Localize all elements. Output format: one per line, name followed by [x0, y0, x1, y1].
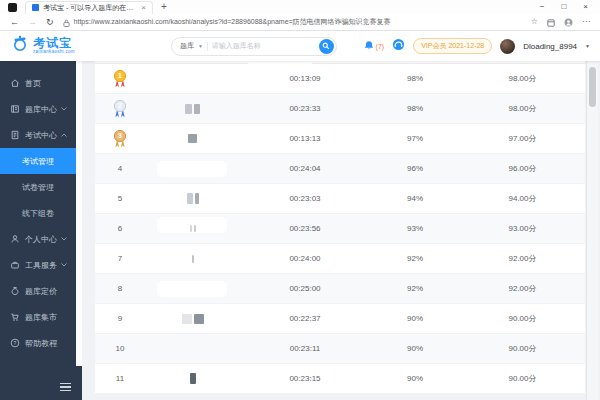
rank-cell: 1 — [95, 69, 145, 89]
table-row[interactable]: 5 00:23:03 94% 94.00分 — [95, 184, 585, 214]
percent-cell: 90% — [370, 314, 460, 323]
score-cell: 94.00分 — [460, 193, 585, 204]
sidebar-item-personal-center[interactable]: 个人中心 — [0, 226, 76, 252]
redacted-name-block — [190, 225, 192, 232]
sidebar-item-home[interactable]: 首页 — [0, 70, 76, 96]
collections-icon[interactable] — [547, 13, 555, 31]
percent-cell: 98% — [370, 104, 460, 113]
table-row[interactable]: 7 00:24:00 92% 92.00分 — [95, 244, 585, 274]
privacy-blur-patch — [157, 161, 227, 177]
back-icon[interactable]: ← — [10, 18, 19, 27]
name-cell — [145, 104, 240, 114]
search-button[interactable] — [319, 39, 334, 54]
sidebar-item-exam-management[interactable]: 考试管理 — [0, 148, 76, 174]
scrollbar-thumb[interactable] — [589, 67, 596, 107]
content-scrollbar[interactable] — [586, 61, 598, 400]
time-cell: 00:23:33 — [240, 104, 370, 113]
chevron-up-icon — [61, 133, 67, 137]
new-tab-button[interactable]: + — [161, 2, 167, 12]
bronze-medal-icon: 3 — [112, 129, 128, 149]
address-bar[interactable]: https://www.zaixiankaoshi.com/kaoshi/ana… — [74, 17, 391, 27]
table-row[interactable]: 2 00:23:33 98% 98.00分 — [95, 94, 585, 124]
more-menu-icon[interactable]: ⋯ — [582, 18, 590, 26]
name-cell — [145, 134, 240, 143]
refresh-icon[interactable]: ↻ — [46, 18, 54, 27]
percent-cell: 92% — [370, 254, 460, 263]
browser-toolbar: ← → ↻ https://www.zaixiankaoshi.com/kaos… — [0, 14, 600, 31]
profile-icon[interactable] — [564, 13, 573, 31]
redacted-name-block — [185, 104, 192, 114]
privacy-blur-patch — [157, 217, 227, 233]
chevron-down-icon: ▼ — [198, 43, 203, 49]
name-cell — [145, 193, 240, 204]
rank-cell: 6 — [95, 224, 145, 233]
percent-cell: 90% — [370, 374, 460, 383]
browser-tab[interactable]: 考试宝 - 可以导入题库的在线考 × — [25, 1, 153, 14]
redacted-name-block — [195, 193, 199, 204]
table-row[interactable]: 9 00:22:37 90% 90.00分 — [95, 304, 585, 334]
score-cell: 97.00分 — [460, 133, 585, 144]
cart-icon — [10, 312, 20, 322]
money-bag-icon — [10, 286, 20, 296]
sidebar-item-exam-center[interactable]: 考试中心 — [0, 122, 76, 148]
score-cell: 93.00分 — [460, 223, 585, 234]
rank-cell: 9 — [95, 314, 145, 323]
search-category-dropdown[interactable]: 题库 — [180, 41, 194, 51]
bell-icon — [364, 37, 374, 55]
name-cell — [145, 373, 240, 384]
sidebar-item-offline-paper[interactable]: 线下组卷 — [0, 200, 76, 226]
customer-service-icon[interactable] — [392, 37, 405, 55]
redacted-name-block — [194, 104, 200, 114]
score-cell: 96.00分 — [460, 163, 585, 174]
score-cell: 98.00分 — [460, 73, 585, 84]
sidebar-item-library-center[interactable]: 题库中心 — [0, 96, 76, 122]
chevron-down-icon — [61, 237, 67, 241]
rank-cell: 2 — [95, 99, 145, 119]
minimize-button[interactable]: − — [540, 3, 545, 11]
search-input[interactable]: 请输入题库名称 — [212, 41, 315, 51]
tab-favicon-icon — [32, 4, 39, 11]
table-row[interactable]: 8 00:25:00 92% 92.00分 — [95, 274, 585, 304]
sidebar-item-paper-management[interactable]: 试卷管理 — [0, 174, 76, 200]
ranking-table: 1 00:13:09 98% 98.00分 2 00:23:33 98% 98.… — [95, 64, 585, 394]
site-logo[interactable]: 考试宝 zaixiankaoshi.com — [10, 34, 75, 58]
privacy-blur-patch — [157, 281, 227, 297]
redacted-name-block — [187, 193, 193, 204]
sidebar-item-tools-services[interactable]: 工具服务 — [0, 252, 76, 278]
username[interactable]: Dloading_8994 — [523, 42, 577, 51]
table-row[interactable]: 6 00:23:56 93% 93.00分 — [95, 214, 585, 244]
percent-cell: 93% — [370, 224, 460, 233]
close-button[interactable]: × — [583, 3, 588, 11]
favorite-star-icon[interactable]: ☆ — [531, 18, 538, 26]
user-icon — [10, 234, 20, 244]
home-icon — [10, 78, 20, 88]
table-row[interactable]: 10 00:23:11 90% 90.00分 — [95, 334, 585, 364]
table-row[interactable]: 4 00:24:04 96% 96.00分 — [95, 154, 585, 184]
tab-actions-icon[interactable] — [8, 3, 17, 12]
rank-cell: 5 — [95, 194, 145, 203]
table-row[interactable]: 11 00:23:15 90% 90.00分 — [95, 364, 585, 394]
time-cell: 00:24:04 — [240, 164, 370, 173]
tab-close-icon[interactable]: × — [141, 4, 146, 12]
sidebar-item-library-pricing[interactable]: 题库定价 — [0, 278, 76, 304]
chevron-down-icon — [61, 107, 67, 111]
library-search[interactable]: 题库 ▼ 请输入题库名称 — [171, 37, 337, 56]
maximize-button[interactable]: □ — [561, 3, 566, 11]
redacted-name-block — [182, 314, 192, 324]
rank-cell: 8 — [95, 284, 145, 293]
collapse-menu-icon[interactable] — [60, 383, 71, 392]
rank-cell: 10 — [95, 344, 145, 353]
percent-cell: 98% — [370, 74, 460, 83]
notifications[interactable]: (7) — [364, 37, 385, 55]
sidebar-item-help-tutorial[interactable]: ? 帮助教程 — [0, 330, 76, 356]
vip-badge[interactable]: VIP会员 2021-12-28 — [413, 38, 492, 54]
help-icon: ? — [10, 338, 20, 348]
sidebar-item-library-market[interactable]: 题库集市 — [0, 304, 76, 330]
time-cell: 00:22:37 — [240, 314, 370, 323]
table-row[interactable]: 3 00:13:13 97% 97.00分 — [95, 124, 585, 154]
redacted-name-block — [194, 225, 196, 232]
avatar[interactable] — [500, 39, 515, 54]
table-row[interactable]: 1 00:13:09 98% 98.00分 — [95, 64, 585, 94]
svg-text:?: ? — [14, 340, 17, 346]
forward-icon: → — [28, 18, 37, 27]
